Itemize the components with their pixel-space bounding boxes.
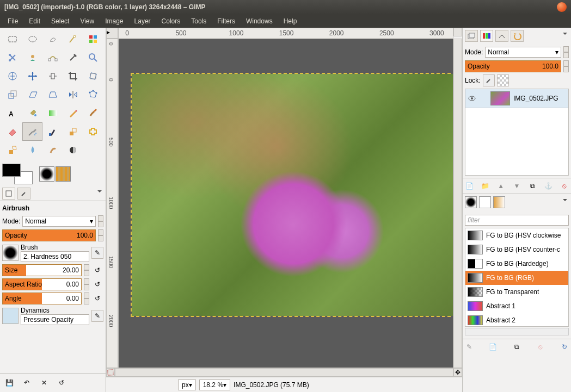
tab-undo-icon[interactable]	[511, 30, 524, 42]
size-slider[interactable]: Size20.00	[2, 264, 82, 276]
tool-ink[interactable]	[42, 122, 63, 141]
tool-cage[interactable]	[83, 85, 103, 104]
menu-tools[interactable]: Tools	[186, 15, 212, 27]
aspect-slider[interactable]: Aspect Ratio0.00	[2, 278, 82, 290]
size-reset-icon[interactable]: ↺	[91, 264, 103, 276]
tool-by-color-select[interactable]	[83, 30, 103, 48]
tab-brushes-icon[interactable]	[465, 196, 477, 208]
dynamics-field[interactable]: Pressure Opacity	[21, 314, 89, 325]
layer-opacity-slider[interactable]: Opacity100.0	[465, 60, 561, 72]
gradient-item[interactable]: Abstract 1	[465, 299, 568, 313]
dynamics-thumb[interactable]	[2, 308, 19, 324]
layer-opacity-spin[interactable]	[563, 60, 569, 72]
tool-scissors[interactable]	[2, 48, 22, 67]
tab-channels-icon[interactable]	[480, 30, 493, 42]
canvas[interactable]	[118, 39, 453, 368]
menu-select[interactable]: Select	[46, 15, 75, 27]
tool-eraser[interactable]	[2, 122, 22, 141]
restore-preset-icon[interactable]: ↶	[21, 377, 33, 389]
menu-windows[interactable]: Windows	[241, 15, 278, 27]
layer-name[interactable]: IMG_0502.JPG	[513, 95, 558, 102]
zoom-select[interactable]: 18.2 % ▾	[199, 379, 230, 390]
angle-spin[interactable]	[84, 293, 89, 304]
angle-reset-icon[interactable]: ↺	[91, 293, 103, 304]
active-brush[interactable]	[39, 166, 54, 182]
tool-rotate[interactable]	[83, 67, 103, 85]
new-layer-icon[interactable]: 📄	[464, 181, 475, 191]
dynamics-edit-icon[interactable]: ✎	[91, 310, 103, 322]
tool-paths[interactable]	[42, 48, 63, 67]
layer-mode-select[interactable]: Normal▾	[485, 47, 561, 58]
unit-select[interactable]: px ▾	[178, 379, 196, 390]
tool-heal[interactable]	[83, 122, 103, 141]
gradient-item[interactable]: FG to BG (HSV counter-c	[465, 242, 568, 257]
visibility-eye-icon[interactable]	[468, 94, 476, 103]
layer-thumbnail[interactable]	[490, 91, 510, 105]
tab-layers-icon[interactable]	[465, 30, 478, 42]
opacity-slider[interactable]: Opacity100.0	[2, 229, 96, 241]
duplicate-layer-icon[interactable]: ⧉	[527, 181, 538, 191]
gradient-item[interactable]: FG to BG (HSV clockwise	[465, 228, 568, 242]
gradient-item-selected[interactable]: FG to BG (RGB)	[465, 271, 568, 285]
gradient-filter-input[interactable]: filter	[465, 215, 569, 226]
tool-blend[interactable]	[42, 104, 63, 122]
menu-view[interactable]: View	[75, 15, 100, 27]
fg-color[interactable]	[2, 164, 21, 177]
scrollbar-horizontal[interactable]	[115, 368, 453, 377]
brush-edit-icon[interactable]: ✎	[91, 247, 103, 259]
tool-scale[interactable]	[2, 85, 22, 104]
tool-free-select[interactable]	[42, 30, 63, 48]
duplicate-gradient-icon[interactable]: ⧉	[512, 341, 523, 352]
aspect-spin[interactable]	[84, 278, 89, 290]
menu-help[interactable]: Help	[278, 15, 303, 27]
tool-crop[interactable]	[63, 67, 83, 85]
tab-patterns-icon[interactable]	[479, 196, 491, 208]
tool-blur[interactable]	[22, 141, 42, 159]
brush-name-field[interactable]: 2. Hardness 050	[21, 251, 89, 262]
lock-pixels-icon[interactable]	[483, 74, 495, 86]
tool-perspective[interactable]	[42, 85, 63, 104]
tab-device-status[interactable]	[17, 188, 30, 200]
tool-align[interactable]	[42, 67, 63, 85]
aspect-reset-icon[interactable]: ↺	[91, 278, 103, 290]
menu-colors[interactable]: Colors	[156, 15, 186, 27]
lower-layer-icon[interactable]: ▼	[511, 181, 522, 191]
tool-measure[interactable]	[2, 67, 22, 85]
refresh-gradients-icon[interactable]: ↻	[559, 341, 570, 352]
tab-paths-icon[interactable]	[495, 30, 508, 42]
tool-paintbrush[interactable]	[83, 104, 103, 122]
gradient-item[interactable]: Abstract 2	[465, 313, 568, 327]
fgbg-colors[interactable]	[2, 164, 33, 184]
tool-zoom[interactable]	[83, 48, 103, 67]
delete-gradient-icon[interactable]: ⦸	[535, 341, 546, 352]
canvas-image[interactable]	[132, 74, 453, 316]
size-spin[interactable]	[84, 264, 89, 276]
layer-group-icon[interactable]: 📁	[480, 181, 490, 191]
delete-preset-icon[interactable]: ✕	[38, 377, 50, 389]
tool-pencil[interactable]	[63, 104, 83, 122]
active-pattern[interactable]	[56, 166, 71, 182]
tool-rect-select[interactable]	[2, 30, 22, 48]
new-gradient-icon[interactable]: 📄	[488, 341, 499, 352]
reset-preset-icon[interactable]: ↺	[56, 377, 67, 389]
brush-thumb[interactable]	[2, 245, 19, 261]
nav-preview-icon[interactable]: ✥	[453, 368, 462, 377]
tab-gradients-icon[interactable]	[493, 196, 505, 208]
save-preset-icon[interactable]: 💾	[3, 377, 15, 389]
gradient-list[interactable]: FG to BG (HSV clockwise FG to BG (HSV co…	[465, 228, 569, 327]
tool-color-picker[interactable]	[63, 48, 83, 67]
gradient-scrollbar[interactable]	[465, 328, 569, 335]
delete-layer-icon[interactable]: ⦸	[559, 181, 570, 191]
tool-smudge[interactable]	[42, 141, 63, 159]
menu-filters[interactable]: Filters	[212, 15, 241, 27]
tool-clone[interactable]	[63, 122, 83, 141]
anchor-layer-icon[interactable]: ⚓	[543, 181, 554, 191]
ruler-horizontal[interactable]: 0 500 1000 1500 2000 2500 3000	[118, 28, 453, 39]
tool-shear[interactable]	[22, 85, 42, 104]
ruler-corner[interactable]: ▸	[106, 28, 118, 39]
tool-text[interactable]: A	[2, 104, 22, 122]
tool-bucket-fill[interactable]	[22, 104, 42, 122]
gradient-item[interactable]: FG to BG (Hardedge)	[465, 257, 568, 271]
mode-select[interactable]: Normal▾	[22, 216, 96, 227]
angle-slider[interactable]: Angle0.00	[2, 293, 82, 304]
